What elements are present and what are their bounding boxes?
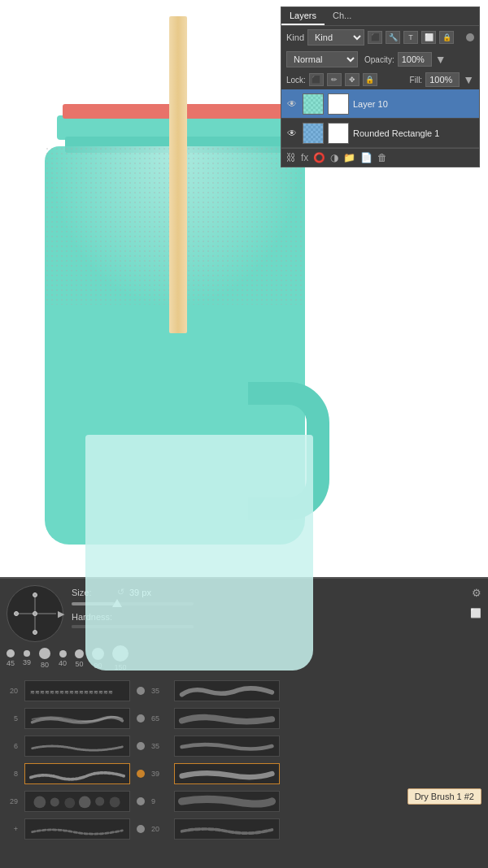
brush-num-9: 9 [151,797,168,805]
lock-pixels-btn[interactable]: ⬛ [309,73,324,86]
visibility-icon-layer10[interactable]: 👁 [285,98,298,111]
brush-preview-8-left[interactable] [24,763,130,784]
visibility-icon-rounded-rect[interactable]: 👁 [285,127,298,140]
panel-options-btn[interactable] [466,33,474,41]
new-layer-icon[interactable]: 📄 [360,152,373,163]
svg-point-1 [33,796,46,809]
preset-80[interactable]: 80 [39,648,50,669]
layers-bottom-toolbar: ⛓ fx ⭕ ◑ 📁 📄 🗑 [281,148,479,167]
layer-row-rounded-rect[interactable]: 👁 Rounded Rectangle 1 [281,119,479,148]
brush-preview-29-left[interactable] [24,791,130,812]
link-icon[interactable]: ⛓ [286,152,296,163]
layers-lock-row: Lock: ⬛ ✏ ✥ 🔒 Fill: ▼ [281,70,479,89]
size-indicator-4a [137,770,145,778]
brush-create-btn[interactable]: ⬜ [470,608,481,618]
brush-arrow: ▶ [58,609,64,619]
icon-pixel[interactable]: ⬛ [368,31,382,44]
brush-num-5: 5 [7,714,18,723]
mask-icon[interactable]: ⭕ [313,152,325,163]
brush-preview-35b-right[interactable] [174,736,280,757]
kind-dropdown[interactable]: Kind [307,29,364,46]
crosshair-bottom-dot [33,630,37,635]
layers-blend-row: Normal Opacity: ▼ [281,49,479,70]
brush-num-35b: 35 [151,742,168,750]
preset-50[interactable]: 50 [75,649,84,668]
size-indicator-1a [137,687,145,695]
brush-preview-plus-left[interactable] [24,818,130,840]
mask-thumb-rounded-rect [328,123,349,144]
layer-row-layer10[interactable]: 👁 Layer 10 [281,89,479,119]
crosshair-top-dot [33,592,37,597]
opacity-chevron[interactable]: ▼ [435,53,447,66]
brush-list-row-2: 5 65 [7,705,481,731]
tab-channels[interactable]: Ch... [325,7,359,25]
fx-icon[interactable]: fx [301,152,308,163]
lock-move-btn[interactable]: ✥ [345,73,359,86]
icon-type[interactable]: T [403,31,418,44]
size-indicator-2a [137,714,145,723]
blend-mode-dropdown[interactable]: Normal [286,51,358,67]
tab-layers[interactable]: Layers [281,7,325,25]
brush-preview-6-left[interactable] [24,736,130,757]
brush-tooltip: Dry Brush 1 #2 [407,788,481,805]
brush-list-row-4: 8 39 Dry Brush 1 #2 [7,761,481,787]
svg-point-4 [79,796,91,809]
fill-chevron[interactable]: ▼ [463,73,474,86]
svg-text:≋≋≋≋≋≋≋≋≋≋≋≋≋≋≋≋≋: ≋≋≋≋≋≋≋≋≋≋≋≋≋≋≋≋≋ [30,688,113,696]
brush-list-row-6: + 20 [7,816,481,842]
brush-preview-20-left[interactable]: ≋≋≋≋≋≋≋≋≋≋≋≋≋≋≋≋≋ [24,680,130,701]
brush-num-65: 65 [151,714,168,723]
icon-smart[interactable]: 🔒 [439,31,454,44]
brush-num-39: 39 [151,770,168,778]
brush-num-20: 20 [7,687,18,695]
preset-40[interactable]: 40 [59,650,67,667]
layers-tabs: Layers Ch... [281,7,479,26]
preset-dot-39 [24,650,30,657]
brush-preview-39-right[interactable] [174,763,280,784]
mask-thumb-layer10 [328,93,349,115]
group-icon[interactable]: 📁 [343,152,355,163]
brush-list: 20 ≋≋≋≋≋≋≋≋≋≋≋≋≋≋≋≋≋ 35 5 [0,675,488,845]
crosshair-center-dot [33,611,37,616]
brush-num-plus: + [7,825,18,833]
preset-dot-45 [7,649,15,658]
preset-45[interactable]: 45 [7,649,15,667]
thumb-layer10 [303,93,324,115]
preset-label-40: 40 [59,659,67,667]
size-indicator-3a [137,742,145,750]
preset-label-45: 45 [7,659,15,667]
lock-paint-btn[interactable]: ✏ [327,73,342,86]
brush-preview-5-left[interactable] [24,708,130,729]
icon-shape[interactable]: ⬜ [421,31,436,44]
preset-label-80: 80 [41,661,49,669]
opacity-label: Opacity: [364,55,394,64]
brush-settings-btn[interactable]: ⚙ [472,587,481,599]
brush-preview-35-right[interactable] [174,680,280,701]
brush-preview-65-right[interactable] [174,708,280,729]
lock-all-btn[interactable]: 🔒 [363,73,377,86]
brush-num-29: 29 [7,797,18,805]
opacity-input[interactable] [398,52,432,67]
thumb-rounded-rect [303,123,324,144]
layers-panel: Layers Ch... Kind Kind ⬛ 🔧 T ⬜ 🔒 Normal … [281,7,480,167]
preset-39[interactable]: 39 [23,650,31,666]
fill-label: Fill: [410,76,423,85]
svg-point-6 [110,796,120,807]
brush-num-8: 8 [7,770,18,778]
brush-list-row-1: 20 ≋≋≋≋≋≋≋≋≋≋≋≋≋≋≋≋≋ 35 [7,678,481,704]
straw [169,16,187,333]
brush-num-20b: 20 [151,825,168,833]
adjustment-icon[interactable]: ◑ [330,152,338,163]
fill-input[interactable] [425,72,460,87]
rounded-rect-name: Rounded Rectangle 1 [353,128,475,138]
brush-preview-9-right[interactable] [174,791,280,812]
delete-icon[interactable]: 🗑 [377,152,387,163]
brush-num-6: 6 [7,742,18,750]
preset-dot-40 [59,650,67,658]
svg-point-5 [95,796,104,805]
brush-preview-20b-right[interactable] [174,818,280,840]
brush-num-35: 35 [151,687,168,695]
icon-adjust[interactable]: 🔧 [386,31,400,44]
layer10-name: Layer 10 [353,99,475,109]
layers-kind-row: Kind Kind ⬛ 🔧 T ⬜ 🔒 [281,26,479,49]
